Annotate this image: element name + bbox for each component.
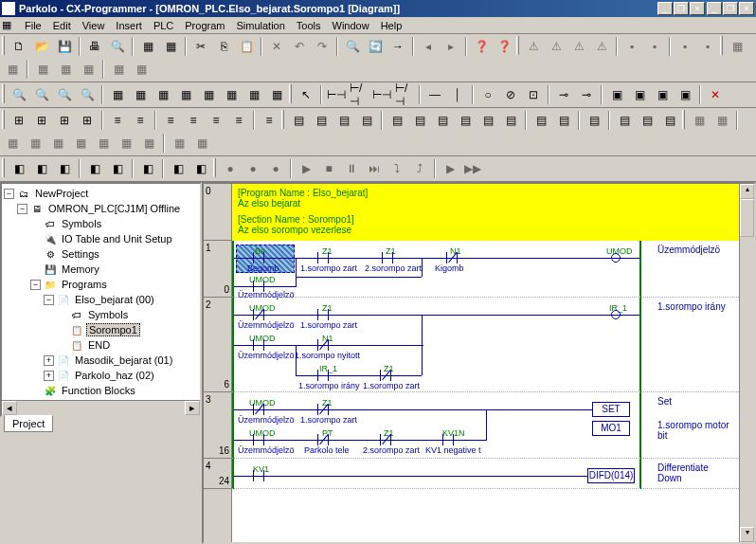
sim8-button[interactable]: ◧	[190, 158, 211, 179]
next-ref-button[interactable]: ▸	[441, 36, 461, 57]
addr2-button[interactable]: ⊞	[31, 110, 52, 131]
menu-edit[interactable]: Edit	[47, 19, 77, 32]
run1-button[interactable]: ▶	[440, 158, 460, 179]
tree-plc[interactable]: OMRON_PLC[CJ1M] Offline	[46, 203, 182, 214]
menu-tools[interactable]: Tools	[291, 19, 327, 32]
print-button[interactable]: 🖶	[84, 36, 105, 57]
warn3-button[interactable]: ⚠	[568, 36, 589, 57]
mon12-button[interactable]: ▤	[553, 110, 574, 131]
menu-view[interactable]: View	[77, 19, 111, 32]
sim1-button[interactable]: ◧	[9, 158, 29, 179]
warn2-button[interactable]: ⚠	[546, 36, 567, 57]
contact-no[interactable]	[442, 434, 454, 445]
zoom1-button[interactable]: 🔍	[9, 84, 29, 105]
minimize-button[interactable]: _	[707, 2, 722, 15]
misc1-button[interactable]: ▪	[621, 36, 642, 57]
tree-programs[interactable]: Programs	[60, 279, 109, 290]
bp1-button[interactable]: ●	[220, 158, 241, 179]
contact-nc[interactable]	[380, 434, 391, 445]
mon7-button[interactable]: ▤	[432, 110, 453, 131]
sim5-button[interactable]: ◧	[107, 158, 128, 179]
difd-instruction[interactable]: DIFD(014)	[587, 468, 635, 483]
open-button[interactable]: 📂	[31, 36, 52, 57]
cursor-button[interactable]: ↖	[296, 84, 316, 105]
cut-button[interactable]: ✂	[190, 36, 211, 57]
contact-no[interactable]	[253, 470, 264, 481]
fb-button[interactable]: ▣	[606, 84, 627, 105]
contact-nc[interactable]	[380, 370, 391, 381]
tree-project[interactable]: NewProject	[33, 188, 90, 199]
zoom2-button[interactable]: 🔍	[31, 84, 52, 105]
grid3-button[interactable]: ▦	[32, 59, 53, 80]
project-tree[interactable]: − 🗂 NewProject − 🖥 OMRON_PLC[CJ1M] Offli…	[2, 184, 200, 400]
tree-elso[interactable]: Elso_bejarat (00)	[73, 294, 156, 305]
view7-button[interactable]: ▦	[243, 84, 264, 105]
bp2-button[interactable]: ●	[243, 158, 263, 179]
doc-close-button[interactable]: ×	[690, 2, 705, 15]
contact-no[interactable]	[253, 434, 264, 445]
net7-button[interactable]: ▦	[93, 133, 114, 154]
menu-simulation[interactable]: Simulation	[230, 19, 290, 32]
pause-button[interactable]: ⏸	[341, 158, 362, 179]
immed-button[interactable]: ⊸	[576, 84, 597, 105]
menu-file[interactable]: File	[19, 19, 47, 32]
view6-button[interactable]: ▦	[221, 84, 242, 105]
mon13-button[interactable]: ▤	[584, 110, 604, 131]
net4-button[interactable]: ▦	[25, 133, 45, 154]
run2-button[interactable]: ▶▶	[462, 158, 483, 179]
expand-button[interactable]: −	[4, 189, 14, 199]
view8-button[interactable]: ▦	[266, 84, 287, 105]
rung6-button[interactable]: ≡	[228, 110, 249, 131]
addr3-button[interactable]: ⊞	[54, 110, 75, 131]
grid1-button[interactable]: ▦	[727, 36, 747, 57]
stop-button[interactable]: ■	[318, 158, 339, 179]
misc4-button[interactable]: ▪	[697, 36, 718, 57]
instr-button[interactable]: ⊡	[523, 84, 544, 105]
delx-button[interactable]: ✕	[705, 84, 726, 105]
contact-or-button[interactable]: ⊢⊣	[371, 84, 392, 105]
menu-plc[interactable]: PLC	[148, 19, 179, 32]
contact-nc-button[interactable]: ⊢/⊣	[349, 84, 369, 105]
tree-io[interactable]: IO Table and Unit Setup	[60, 233, 174, 245]
expand-button[interactable]: −	[30, 280, 41, 290]
coil[interactable]	[611, 253, 621, 263]
compare-button[interactable]: ▦	[137, 36, 158, 57]
menu-insert[interactable]: Insert	[110, 19, 148, 32]
rung1-button[interactable]: ≡	[107, 110, 128, 131]
contact-no[interactable]	[317, 252, 329, 263]
verify-button[interactable]: ▦	[160, 36, 181, 57]
goto-button[interactable]: →	[387, 36, 408, 57]
net3-button[interactable]: ▦	[2, 133, 23, 154]
grid6-button[interactable]: ▦	[108, 59, 129, 80]
contact-no[interactable]	[382, 252, 393, 263]
net10-button[interactable]: ▦	[169, 133, 189, 154]
contact-nc[interactable]	[253, 404, 264, 415]
diagram-content[interactable]: [Program Name : Elso_bejarat] Az elso be…	[232, 184, 739, 542]
vertical-scrollbar[interactable]: ▴ ▾	[739, 184, 754, 542]
not-button[interactable]: ⊸	[553, 84, 574, 105]
addr4-button[interactable]: ⊞	[77, 110, 98, 131]
fb2-button[interactable]: ▣	[629, 84, 650, 105]
net1-button[interactable]: ▦	[689, 110, 710, 131]
expand-button[interactable]: −	[17, 204, 27, 214]
contact-nc[interactable]	[317, 404, 329, 415]
rung-1[interactable]: Be Begomb Z1 1.sorompo zart Z1 2.sorompo…	[232, 241, 739, 298]
mon8-button[interactable]: ▤	[455, 110, 476, 131]
menu-window[interactable]: Window	[327, 19, 375, 32]
bp3-button[interactable]: ●	[265, 158, 286, 179]
contact-no[interactable]	[253, 252, 264, 263]
tree-scrollbar[interactable]: ◂ ▸	[2, 400, 200, 415]
contact-no[interactable]	[317, 309, 329, 320]
maximize-button[interactable]: ❐	[723, 2, 738, 15]
grid5-button[interactable]: ▦	[78, 59, 99, 80]
mon5-button[interactable]: ▤	[387, 110, 407, 131]
step-button[interactable]: ⏭	[364, 158, 385, 179]
view1-button[interactable]: ▦	[107, 84, 128, 105]
coil-button[interactable]: ○	[477, 84, 498, 105]
mon14-button[interactable]: ▤	[614, 110, 635, 131]
rung7-button[interactable]: ≡	[259, 110, 279, 131]
tree-parkolo[interactable]: Parkolo_haz (02)	[73, 370, 156, 381]
close-button[interactable]: ×	[739, 2, 754, 15]
rung-3[interactable]: UMOD Üzemmódjelzö Z1 1.sorompo zart SET …	[232, 392, 739, 459]
net5-button[interactable]: ▦	[47, 133, 68, 154]
